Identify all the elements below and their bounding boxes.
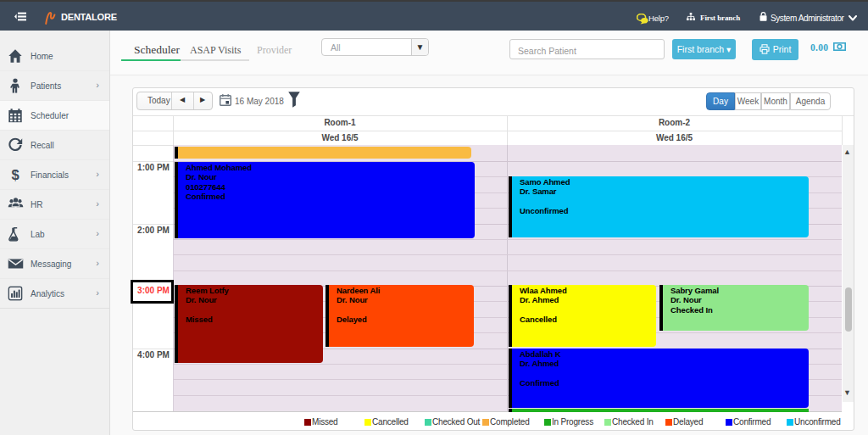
svg-text:$: $: [11, 167, 19, 182]
